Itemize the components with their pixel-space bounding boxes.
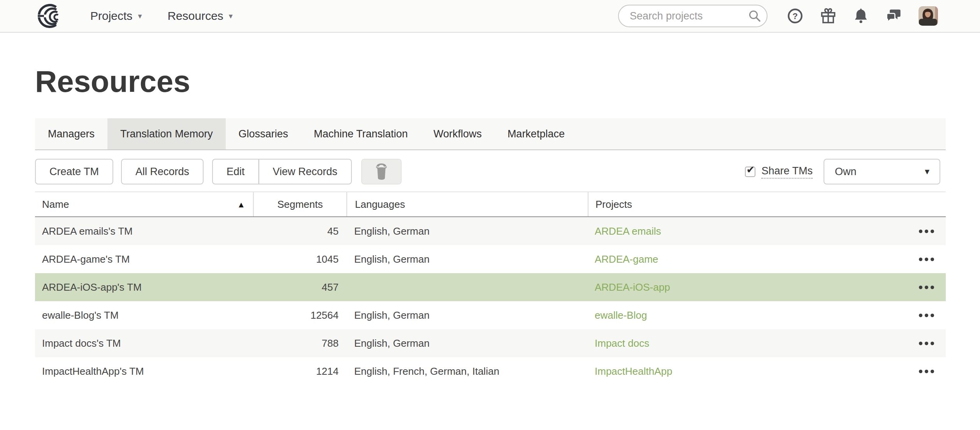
tm-languages: English, French, German, Italian [346,365,588,377]
tm-name: ARDEA emails's TM [35,225,253,237]
table-row[interactable]: ARDEA emails's TM 45 English, German ARD… [35,217,946,245]
table-row[interactable]: ImpactHealthApp's TM 1214 English, Frenc… [35,357,946,385]
tm-actions-cell [907,226,946,236]
delete-tm-button[interactable] [361,159,402,184]
tm-name: ARDEA-iOS-app's TM [35,281,253,293]
row-menu-button[interactable] [916,226,937,236]
tm-projects-cell: ARDEA emails [588,225,907,237]
search-icon[interactable] [748,9,761,23]
view-records-button[interactable]: View Records [259,159,352,184]
column-header-segments[interactable]: Segments [253,192,346,216]
create-tm-button[interactable]: Create TM [35,159,113,184]
tm-actions-cell [907,311,946,320]
tm-languages: English, German [346,225,588,237]
tm-languages: English, German [346,337,588,349]
tm-toolbar: Create TM All Records Edit View Records … [35,159,946,184]
row-menu-button[interactable] [916,311,937,320]
chat-icon[interactable] [885,7,902,25]
svg-text:?: ? [792,11,797,21]
row-menu-button[interactable] [916,367,937,376]
tm-actions-cell [907,339,946,348]
nav-actions: ? [618,5,938,27]
tm-projects-cell: ewalle-Blog [588,309,907,321]
tm-scope-selected-value: Own [835,166,857,178]
project-link[interactable]: ARDEA emails [595,225,661,237]
row-menu-button[interactable] [916,339,937,348]
tm-actions-cell [907,367,946,376]
tm-projects-cell: ARDEA-iOS-app [588,281,907,293]
tm-projects-cell: ImpactHealthApp [588,365,907,377]
share-tms-checkbox[interactable]: ✔ [745,167,755,177]
sort-asc-icon: ▲ [237,200,245,209]
avatar[interactable] [919,6,938,26]
table-row[interactable]: ARDEA-game's TM 1045 English, German ARD… [35,245,946,273]
toolbar-filters: ✔ Share TMs Own ▼ [745,159,946,184]
search-input[interactable] [618,5,767,27]
tm-name: ewalle-Blog's TM [35,309,253,321]
all-records-button[interactable]: All Records [121,159,204,184]
select-arrow-icon: ▼ [923,167,931,176]
tm-scope-select[interactable]: Own ▼ [824,159,940,184]
tm-actions-cell [907,283,946,292]
column-label-name: Name [42,198,69,211]
tab-translation-memory[interactable]: Translation Memory [107,118,226,149]
tm-name: ARDEA-game's TM [35,253,253,265]
tab-marketplace[interactable]: Marketplace [495,118,578,149]
records-button-group: Edit View Records [212,159,352,184]
project-link[interactable]: ARDEA-game [595,253,658,265]
tm-projects-cell: ARDEA-game [588,253,907,265]
table-header: Name ▲ Segments Languages Projects [35,191,946,217]
column-header-languages[interactable]: Languages [346,192,588,216]
tm-projects-cell: Impact docs [588,337,907,349]
nav-menu-projects[interactable]: Projects ▾ [90,9,142,23]
tm-name: ImpactHealthApp's TM [35,365,253,377]
chevron-down-icon: ▾ [229,12,233,20]
nav-menu-projects-label: Projects [90,9,132,23]
chevron-down-icon: ▾ [138,12,142,20]
tm-name: Impact docs's TM [35,337,253,349]
brand-logo[interactable] [36,2,69,30]
edit-button[interactable]: Edit [212,159,259,184]
tm-segments: 788 [253,337,346,349]
tab-workflows[interactable]: Workflows [421,118,495,149]
tm-table: Name ▲ Segments Languages Projects ARDEA… [35,191,946,385]
column-label-segments: Segments [277,198,323,211]
project-link[interactable]: Impact docs [595,337,649,349]
row-menu-button[interactable] [916,254,937,264]
main-menu: Projects ▾ Resources ▾ [90,9,233,23]
table-body: ARDEA emails's TM 45 English, German ARD… [35,217,946,385]
project-link[interactable]: ewalle-Blog [595,309,647,321]
column-label-projects: Projects [595,198,632,211]
table-row[interactable]: ARDEA-iOS-app's TM 457 ARDEA-iOS-app [35,273,946,301]
tm-actions-cell [907,254,946,264]
nav-menu-resources[interactable]: Resources ▾ [167,9,232,23]
gift-icon[interactable] [820,7,837,25]
column-header-name[interactable]: Name ▲ [35,192,253,216]
table-row[interactable]: Impact docs's TM 788 English, German Imp… [35,329,946,357]
top-nav: Projects ▾ Resources ▾ ? [0,0,980,33]
tab-glossaries[interactable]: Glossaries [226,118,301,149]
tab-machine-translation[interactable]: Machine Translation [301,118,421,149]
tab-managers[interactable]: Managers [35,118,107,149]
tm-segments: 457 [253,281,346,293]
share-tms-toggle[interactable]: ✔ Share TMs [745,165,813,179]
column-header-projects[interactable]: Projects [588,192,946,216]
row-menu-button[interactable] [916,283,937,292]
project-link[interactable]: ARDEA-iOS-app [595,281,670,293]
tm-segments: 12564 [253,309,346,321]
page-title: Resources [35,66,946,97]
tm-segments: 45 [253,225,346,237]
trash-icon [374,163,389,181]
table-row[interactable]: ewalle-Blog's TM 12564 English, German e… [35,301,946,329]
tm-languages: English, German [346,253,588,265]
bell-icon[interactable] [853,8,869,24]
share-tms-label: Share TMs [761,165,813,179]
help-icon[interactable]: ? [787,8,803,24]
checkmark-icon: ✔ [746,164,755,176]
project-link[interactable]: ImpactHealthApp [595,365,672,377]
nav-menu-resources-label: Resources [167,9,223,23]
resource-tabs: ManagersTranslation MemoryGlossariesMach… [35,118,946,150]
project-search [618,5,767,27]
tm-segments: 1045 [253,253,346,265]
tm-segments: 1214 [253,365,346,377]
